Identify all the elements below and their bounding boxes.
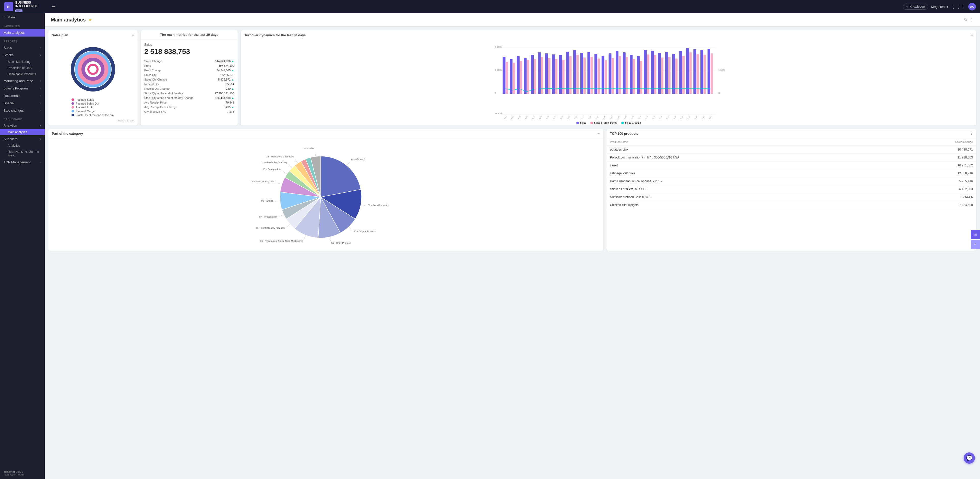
menu-icon[interactable]: ☰ — [52, 4, 56, 10]
sidebar-item-loyalty[interactable]: Loyalty Program › — [0, 85, 45, 92]
pie-label: 09 – Meat, Poultry, Fish — [251, 180, 275, 183]
svg-text:02-13: 02-13 — [651, 115, 655, 119]
metric-row: Stock Qty at the end of the day Change13… — [144, 96, 234, 100]
knowledge-button[interactable]: ○ Knowledge — [903, 3, 928, 10]
svg-text:01-29: 01-29 — [546, 115, 549, 119]
metric-label: Sales Change — [144, 59, 208, 63]
pie-label-line — [288, 165, 291, 168]
pie-label: 11 – Goods For Smoking — [261, 161, 287, 164]
list-item[interactable]: carrot10 751,662 — [606, 161, 977, 169]
svg-rect-86 — [668, 57, 671, 94]
pie-label: 07 – Preservation — [259, 216, 277, 218]
page-star-icon[interactable]: ★ — [88, 18, 92, 22]
svg-text:02-18: 02-18 — [687, 115, 690, 119]
sidebar-item-stocks[interactable]: Stocks ∨ — [0, 51, 45, 59]
sidebar-update-label: Last data update — [3, 473, 41, 476]
svg-text:02-06: 02-06 — [602, 115, 606, 119]
legend-dot-change — [621, 122, 624, 124]
sidebar-item-special[interactable]: Special › — [0, 99, 45, 107]
svg-rect-77 — [647, 54, 649, 94]
legend-dot-planned-profit — [72, 106, 74, 109]
page-header: Main analytics ★ ✎ ⋮ — [45, 13, 980, 27]
svg-text:02-21: 02-21 — [708, 115, 712, 119]
home-icon: ⌂ — [3, 15, 6, 19]
sidebar-item-marketing[interactable]: Marketing and Price › — [0, 77, 45, 85]
suppliers-chevron-icon: ∨ — [39, 137, 41, 141]
sidebar-sub-prediction-oos[interactable]: Prediction of OoS — [0, 65, 45, 71]
category-menu-icon[interactable]: ≡ — [598, 132, 600, 136]
metric-value: 397 574,109 — [208, 63, 234, 68]
sidebar-item-main[interactable]: ⌂ Main — [0, 13, 45, 21]
list-item[interactable]: chickens br fillets, n / f OHL6 132,683 — [606, 185, 977, 193]
grid-icon[interactable]: ⋮⋮⋮ — [951, 4, 965, 10]
sidebar-item-sale-changes[interactable]: Sale changes › — [0, 107, 45, 114]
chevron-right-icon: › — [40, 46, 41, 49]
avatar[interactable]: AC — [968, 3, 976, 11]
dashboard-section-label: DASHBOARD — [0, 114, 45, 122]
product-name: carrot — [610, 164, 953, 167]
sidebar-sub-supplier-report[interactable]: Постачальник. Звіт по това... — [0, 149, 45, 158]
top100-chevron-icon[interactable]: ∨ — [970, 132, 973, 136]
product-sales-value: 6 132,683 — [953, 187, 973, 191]
product-sales-value: 17 644,6 — [953, 195, 973, 199]
svg-rect-43 — [566, 52, 569, 94]
more-icon[interactable]: ⋮ — [970, 18, 974, 22]
pie-label-line — [286, 224, 290, 227]
list-item[interactable]: cabbage Pekinska12 338,716 — [606, 169, 977, 177]
legend-dot-planned-margin — [72, 110, 74, 112]
svg-rect-76 — [644, 50, 647, 94]
edit-icon[interactable]: ✎ — [964, 18, 967, 22]
metric-label: Sales Qty — [144, 73, 208, 77]
legend-label-planned-margin: Planned Margin — [76, 110, 95, 113]
svg-text:1 600k: 1 600k — [495, 69, 502, 71]
list-item[interactable]: Sunflower refined Belle 0,87117 644,6 — [606, 193, 977, 201]
svg-text:01-31: 01-31 — [560, 115, 563, 119]
svg-text:01-28: 01-28 — [538, 115, 542, 119]
sidebar-item-top-management[interactable]: TOP Management › — [0, 158, 45, 166]
sales-plan-menu-icon[interactable]: ≡ — [132, 33, 134, 37]
top100-rows: potatoes pink30 430,671Pollock communica… — [606, 146, 977, 209]
metric-value: 34 341,065 ▲ — [208, 68, 234, 73]
knowledge-icon: ○ — [906, 5, 908, 8]
logo-text-line1: BUSINESS — [15, 1, 38, 4]
right-side-btn-grid[interactable]: ⊞ — [971, 230, 980, 239]
svg-text:02-12: 02-12 — [644, 115, 648, 119]
sidebar-item-main-analytics-fav[interactable]: Main analytics — [0, 29, 45, 37]
pie-label-line — [283, 171, 286, 174]
category-title: Part of the category — [52, 132, 83, 136]
list-item[interactable]: potatoes pink30 430,671 — [606, 146, 977, 153]
top100-table-header: Product Name Sales Change — [606, 138, 977, 146]
svg-text:02-20: 02-20 — [701, 115, 705, 119]
list-item[interactable]: Ham European 1c (cellophane) / in 1.25 2… — [606, 177, 977, 185]
sidebar-stocks-label: Stocks — [3, 53, 14, 57]
product-name: Ham European 1c (cellophane) / in 1.2 — [610, 179, 953, 183]
sidebar-sub-stock-monitoring[interactable]: Stock Monitoring — [0, 59, 45, 65]
sidebar-sub-main-analytics[interactable]: Main analytics — [0, 129, 45, 135]
right-side-btn-check[interactable]: ✓ — [971, 240, 980, 249]
user-menu[interactable]: MegaTest ▾ — [931, 5, 948, 9]
legend-sales-change: Sales Change — [621, 121, 641, 124]
metric-value: 3,495 ▲ — [208, 105, 234, 109]
svg-rect-38 — [555, 59, 557, 94]
legend-label-sales: Sales — [580, 121, 586, 124]
turnover-menu-icon[interactable]: ≡ — [970, 33, 973, 37]
sidebar-item-sales[interactable]: Sales › — [0, 44, 45, 51]
sidebar-item-analytics[interactable]: Analytics ∨ — [0, 122, 45, 129]
list-item[interactable]: Pollock communication / m b / g 300-500 … — [606, 153, 977, 161]
chat-button[interactable]: 💬 — [964, 452, 975, 464]
sidebar-item-documents[interactable]: Documents › — [0, 92, 45, 99]
pie-label-line — [275, 201, 280, 201]
sidebar-sub-unsaleable[interactable]: Unsaleable Products — [0, 71, 45, 77]
svg-rect-103 — [708, 49, 710, 94]
svg-rect-64 — [616, 51, 619, 94]
metric-value: 27 908 121,106 — [208, 91, 234, 96]
sales-plan-body: Planned Sales Planned Sales Qty Planned … — [48, 40, 138, 126]
sidebar-item-suppliers[interactable]: Suppliers ∨ — [0, 135, 45, 143]
pie-label-line — [280, 215, 283, 217]
sales-plan-highcharts: Highcharts.com — [118, 119, 134, 122]
list-item[interactable]: Chicken fillet weights.7 224,608 — [606, 201, 977, 209]
svg-point-5 — [89, 66, 97, 73]
sidebar-sub-analytics[interactable]: Analytics — [0, 143, 45, 149]
legend-label-change: Sales Change — [625, 121, 641, 124]
product-name: potatoes pink — [610, 148, 953, 151]
